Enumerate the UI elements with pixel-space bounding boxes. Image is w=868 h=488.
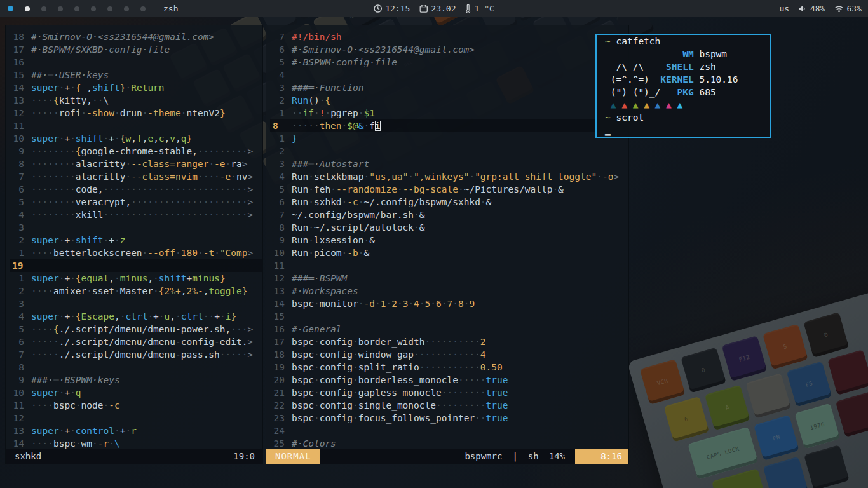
time-label: 12:15: [385, 4, 410, 13]
editor-line: 18#·Smirnov-O·<ss2316544@gmail.com>: [10, 30, 262, 43]
terminal-window-sxhkd[interactable]: 18#·Smirnov-O·<ss2316544@gmail.com>17#·B…: [5, 25, 263, 464]
line-number: 1: [10, 247, 31, 259]
line-number: 8: [10, 158, 31, 170]
editor-line: /\_/\ SHELL zsh: [605, 60, 770, 73]
editor-line-current: 8·····then·$@&·fi: [270, 119, 628, 132]
editor-line: 6········code,··························…: [10, 183, 262, 196]
editor-line: 7·····./.script/dmenu/dmenu-pass.sh·····…: [10, 348, 262, 361]
keyboard-layout-label[interactable]: us: [779, 4, 789, 13]
editor-line: 13super·+·control·+·r: [10, 424, 262, 437]
terminal-window-bspwmrc[interactable]: 7#!/bin/sh6#·Smirnov-O·<ss2316544@gmail.…: [266, 25, 629, 464]
vim-editor-sxhkd[interactable]: 18#·Smirnov-O·<ss2316544@gmail.com>17#·B…: [6, 25, 262, 449]
line-number: 17: [270, 336, 292, 348]
editor-line: 15: [270, 310, 628, 323]
editor-line: 12: [10, 412, 262, 424]
line-number: 11: [10, 399, 31, 412]
line-number: 1: [270, 107, 292, 119]
vim-editor-bspwmrc[interactable]: 7#!/bin/sh6#·Smirnov-O·<ss2316544@gmail.…: [266, 25, 628, 449]
editor-line: 11: [270, 259, 628, 272]
line-number: 3: [10, 221, 31, 234]
editor-line: 17bspc·config·border_width··········2: [270, 336, 628, 348]
workspace-dot-empty[interactable]: [58, 6, 63, 11]
clock-icon: [374, 4, 382, 13]
line-number: 13: [10, 424, 31, 437]
editor-line: 8: [10, 361, 262, 374]
workspace-indicator: [0, 6, 146, 11]
desktop: { "theme": { "focused_border_blue": "#2a…: [0, 0, 868, 488]
date-module[interactable]: 23.02: [419, 4, 456, 13]
editor-line: 10super·+·shift·+·{w,f,e,c,v,q}: [10, 132, 262, 145]
line-number: 19: [10, 259, 31, 272]
catfetch-output[interactable]: ~ catfetch WM bspwm /\_/\ SHELL zsh (=^.…: [597, 35, 770, 137]
line-number: 4: [10, 310, 31, 323]
editor-line: 15##·═·USER·keys: [10, 69, 262, 81]
workspace-dot-focused[interactable]: [8, 6, 13, 11]
line-number: 14: [10, 81, 31, 94]
volume-module[interactable]: 48%: [798, 4, 825, 13]
editor-line: ~ scrot: [605, 111, 770, 124]
calendar-icon: [419, 4, 428, 13]
line-number: 5: [270, 56, 292, 69]
workspace-dot-empty[interactable]: [74, 6, 79, 11]
editor-line: (=^.^=) KERNEL 5.10.16: [605, 73, 770, 86]
line-number: 8: [10, 361, 31, 374]
editor-line: 16: [10, 56, 262, 69]
line-number: 9: [10, 374, 31, 386]
editor-line: 9###·═·BSPWM·keys: [10, 374, 262, 386]
editor-line: 23bspc·config·focus_follows_pointer··tru…: [270, 412, 628, 424]
editor-line: 14super·+·{_,shift}·Return: [10, 81, 262, 94]
workspace-dot-occupied[interactable]: [25, 6, 30, 11]
vim-cursor: i: [375, 121, 381, 131]
editor-line: 7········alacritty·--class=nvim····-e·nv…: [10, 170, 262, 183]
line-number: 6: [270, 43, 292, 56]
line-number: 5: [270, 183, 292, 196]
workspace-dot-empty[interactable]: [107, 6, 112, 11]
editor-line: 5Run·feh·--randomize·--bg-scale·~/Pictur…: [270, 183, 628, 196]
editor-line: 13#·Workspaces: [270, 285, 628, 297]
floating-terminal-catfetch[interactable]: ~ catfetch WM bspwm /\_/\ SHELL zsh (=^.…: [595, 34, 771, 138]
line-number: 6: [10, 336, 31, 348]
workspace-dot-empty[interactable]: [91, 6, 96, 11]
line-number: 15: [10, 69, 31, 81]
editor-line: 7#!/bin/sh: [270, 30, 628, 43]
wifi-module[interactable]: 63%: [834, 4, 862, 13]
line-number: 2: [270, 94, 292, 107]
editor-line: 8Run·~/.script/autolock·&: [270, 221, 628, 234]
workspace-dot-empty[interactable]: [140, 6, 146, 11]
line-number: 14: [270, 297, 292, 310]
line-number: 23: [270, 412, 292, 424]
editor-line: 12·····rofi·-show·drun·-theme·ntenV2}: [10, 107, 262, 119]
workspace-dot-empty[interactable]: [124, 6, 129, 11]
volume-label: 48%: [810, 4, 825, 13]
statusline-filename: bspwmrc: [465, 451, 502, 461]
editor-line: ▲ ▲ ▲ ▲ ▲ ▲ ▲: [605, 98, 770, 111]
editor-line: 25#·Colors: [270, 437, 628, 449]
editor-line: 2super·+·shift·+·z: [10, 234, 262, 247]
bar-center-modules: 12:15 23.02 1 °C: [374, 4, 494, 13]
editor-line: 4Run·setxkbmap·"us,ua"·",winkeys"·"grp:a…: [270, 170, 628, 183]
editor-line: 6#·Smirnov-O·<ss2316544@gmail.com>: [270, 43, 628, 56]
wifi-label: 63%: [847, 4, 862, 13]
editor-line: 11····bspc·node·-c: [10, 399, 262, 412]
editor-line: 19bspc·config·split_ratio···········0.50: [270, 361, 628, 374]
line-number: 2: [10, 285, 31, 297]
temperature-module[interactable]: 1 °C: [465, 4, 494, 13]
clock-module[interactable]: 12:15: [374, 4, 410, 13]
workspace-dot-empty[interactable]: [41, 6, 46, 11]
line-number: 11: [270, 259, 292, 272]
line-number: 10: [10, 132, 31, 145]
editor-line: 2Run()·{: [270, 94, 628, 107]
editor-line: 16#·General: [270, 323, 628, 336]
statusbar-cursor-position: 19:0: [233, 451, 255, 461]
line-number: 10: [270, 247, 292, 259]
line-number: 10: [10, 386, 31, 399]
thermometer-icon: [465, 4, 471, 13]
editor-line: WM bspwm: [605, 48, 770, 60]
editor-line: 1····betterlockscreen·--off·180·-t·"Comp…: [10, 247, 262, 259]
bar-right-modules: us 48% 63%: [779, 4, 868, 13]
terminal-cursor: ▁: [605, 125, 611, 135]
editor-line: 7~/.config/bspwm/bar.sh·&: [270, 208, 628, 221]
line-number: 8: [270, 221, 292, 234]
line-number: 3: [270, 158, 292, 170]
line-number: 7: [10, 170, 31, 183]
